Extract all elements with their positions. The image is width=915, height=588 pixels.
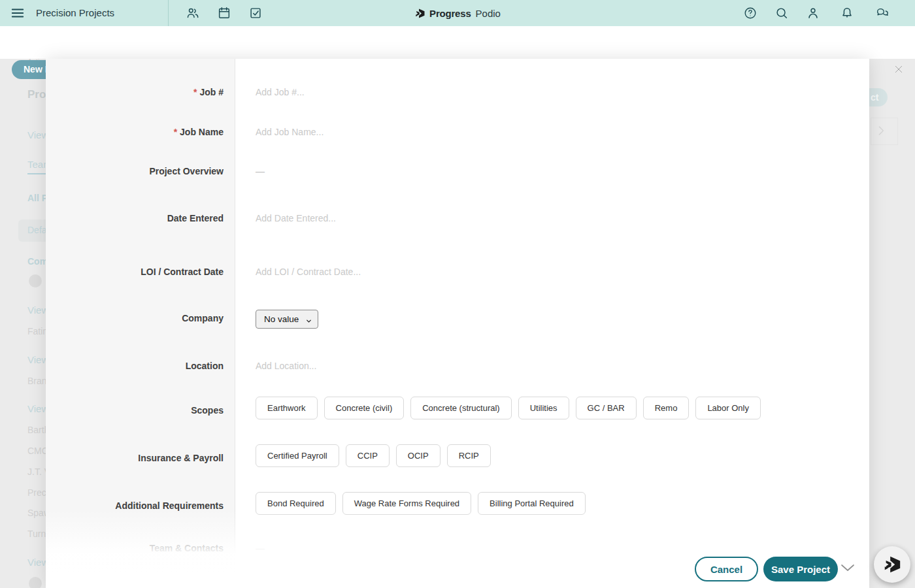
avatar [29, 274, 42, 287]
sidebar-item[interactable]: View [27, 304, 46, 316]
sidebar-app-title: Proj [27, 88, 46, 101]
sidebar-item[interactable]: View [27, 403, 46, 414]
notifications-icon[interactable] [840, 6, 854, 20]
action-bar: New Project Modify Template Actions Prec… [0, 26, 915, 59]
sidebar-item[interactable]: View [27, 557, 46, 568]
scope-option-button[interactable]: Labor Only [695, 397, 761, 419]
sidebar-item[interactable]: Com [27, 256, 46, 267]
contacts-icon[interactable] [186, 6, 200, 20]
field-label-scopes: Scopes [46, 404, 224, 417]
scope-option-button[interactable]: Remo [643, 397, 690, 419]
scope-option-button[interactable]: GC / BAR [576, 397, 637, 419]
field-label-loi-contract-date: LOI / Contract Date [46, 265, 224, 278]
field-label-project-overview: Project Overview [46, 165, 224, 178]
user-icon[interactable] [806, 6, 820, 20]
company-select-wrap: No value [256, 310, 318, 329]
collapse-chevron-icon[interactable] [839, 562, 856, 576]
calendar-icon[interactable] [217, 6, 231, 20]
scope-option-button[interactable]: Utilities [518, 397, 569, 419]
app-logo: ProgressPodio [414, 0, 501, 26]
scopes-options-row: Earthwork Concrete (civil) Concrete (str… [256, 397, 761, 419]
progress-fab-button[interactable] [874, 546, 910, 583]
field-label-insurance-payroll: Insurance & Payroll [46, 451, 224, 465]
progress-logo-icon [882, 555, 902, 574]
logo-product-text: Podio [476, 8, 501, 19]
logo-brand-text: Progress [429, 8, 471, 19]
sidebar-item[interactable]: Turn [27, 529, 46, 539]
cancel-button[interactable]: Cancel [695, 557, 758, 581]
customer-gc-search-input[interactable] [256, 578, 622, 588]
field-label-job-number: *Job # [46, 86, 224, 99]
background-sidebar: Activ Proj View Team All P Defa Com View… [0, 57, 46, 588]
required-asterisk: * [193, 87, 197, 97]
sidebar-item[interactable]: Spaw [27, 508, 46, 518]
required-asterisk: * [174, 127, 177, 137]
field-label-date-entered: Date Entered [46, 212, 224, 225]
help-icon[interactable] [743, 6, 757, 20]
sidebar-item[interactable]: Bartl [27, 425, 46, 435]
search-icon[interactable] [774, 6, 789, 20]
save-project-button[interactable]: Save Project [763, 557, 838, 581]
insurance-option-button[interactable]: RCIP [447, 444, 491, 467]
field-label-job-name: *Job Name [46, 125, 224, 139]
sidebar-item[interactable]: View [27, 354, 46, 365]
avatar [29, 577, 42, 588]
sidebar-item[interactable]: Preci [27, 487, 46, 498]
close-icon[interactable] [893, 64, 904, 74]
date-entered-input[interactable] [256, 210, 622, 227]
top-bar: Precision Projects ProgressPodio [0, 0, 915, 26]
requirement-option-button[interactable]: Wage Rate Forms Required [342, 492, 471, 515]
sidebar-item[interactable]: Team [27, 159, 46, 170]
field-label-location: Location [46, 359, 224, 372]
insurance-option-button[interactable]: OCIP [396, 444, 441, 467]
field-label-customer-gc: Customer / GC [46, 580, 224, 588]
insurance-option-button[interactable]: CCIP [346, 444, 390, 467]
sidebar-item[interactable]: J.T. Va [27, 466, 46, 477]
requirement-option-button[interactable]: Billing Portal Required [478, 492, 586, 515]
team-contacts-empty-value: — [256, 542, 265, 555]
loi-contract-date-input[interactable] [256, 263, 622, 280]
chat-icon[interactable] [875, 6, 890, 20]
background-new-item-button: ct [869, 88, 888, 106]
scope-option-button[interactable]: Concrete (civil) [324, 397, 405, 419]
project-overview-empty-value: — [256, 165, 265, 178]
field-label-company: Company [46, 312, 224, 325]
new-project-modal: *Job # *Job Name Project Overview — Date… [46, 59, 869, 588]
scope-option-button[interactable]: Concrete (structural) [410, 397, 511, 419]
sidebar-item[interactable]: All P [27, 193, 46, 203]
topbar-divider [168, 0, 169, 26]
field-label-additional-requirements: Additional Requirements [46, 499, 224, 512]
sidebar-active-underline [27, 173, 46, 174]
chevron-right-icon [874, 124, 888, 140]
sidebar-item[interactable]: Fatim [27, 326, 46, 336]
app-root: Activ Proj View Team All P Defa Com View… [0, 0, 915, 588]
sidebar-item[interactable]: View [27, 129, 46, 140]
sidebar-item[interactable]: Bran [27, 376, 46, 386]
company-select[interactable]: No value [256, 310, 318, 329]
job-name-input[interactable] [256, 123, 622, 140]
field-label-team-contacts: Team & Contacts [46, 542, 224, 555]
workspace-title[interactable]: Precision Projects [36, 0, 114, 26]
requirement-option-button[interactable]: Bond Required [256, 492, 336, 515]
scope-option-button[interactable]: Earthwork [256, 397, 318, 419]
job-number-input[interactable] [256, 84, 622, 101]
sidebar-item[interactable]: Defa [27, 225, 46, 235]
hamburger-menu-icon[interactable] [10, 6, 25, 20]
insurance-options-row: Certified Payroll CCIP OCIP RCIP [256, 444, 491, 467]
insurance-option-button[interactable]: Certified Payroll [256, 444, 339, 467]
sidebar-item[interactable]: CMC [27, 446, 46, 456]
additional-requirements-row: Bond Required Wage Rate Forms Required B… [256, 492, 586, 515]
tasks-icon[interactable] [248, 6, 263, 20]
location-input[interactable] [256, 357, 622, 374]
progress-logo-icon [414, 8, 425, 19]
